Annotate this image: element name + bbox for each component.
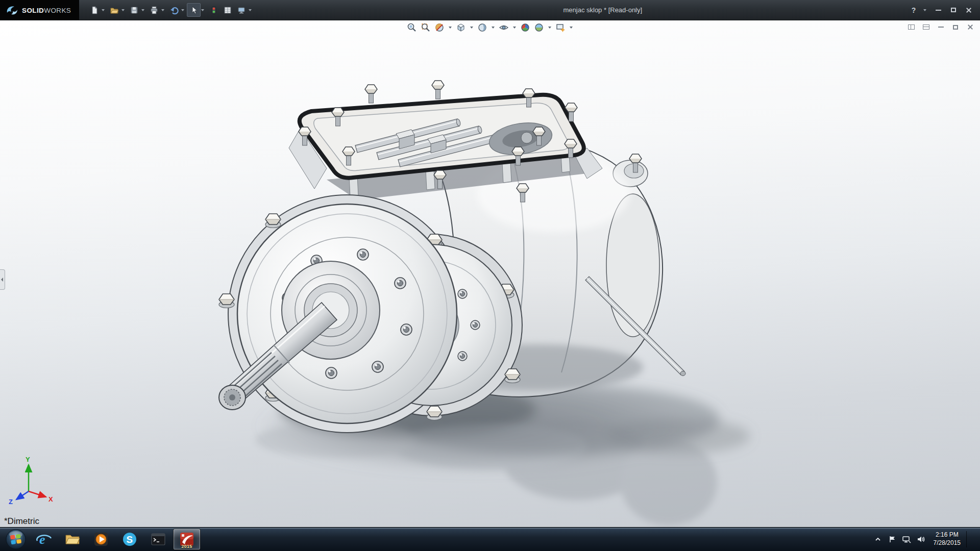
show-desktop-button[interactable] xyxy=(967,531,980,547)
doc-close-button[interactable] xyxy=(966,22,975,32)
hide-show-eye-icon xyxy=(499,22,509,33)
select-dropdown-caret[interactable] xyxy=(201,9,204,11)
apply-scene-button[interactable] xyxy=(533,22,545,33)
rebuild-stoplight-icon xyxy=(209,6,218,15)
options-dropdown-caret[interactable] xyxy=(249,9,252,11)
rebuild-button[interactable] xyxy=(207,3,220,17)
new-button[interactable] xyxy=(87,3,101,17)
new-dropdown-caret[interactable] xyxy=(102,9,105,11)
file-properties-icon xyxy=(223,6,232,15)
svg-text:S: S xyxy=(127,534,133,545)
minimize-icon xyxy=(936,10,941,11)
show-hidden-icons-button[interactable] xyxy=(871,531,885,547)
graphics-area[interactable]: Y X Z *Dimetric xyxy=(0,20,980,527)
hide-show-items-button[interactable] xyxy=(498,22,509,33)
print-button[interactable] xyxy=(147,3,161,17)
system-tray: 2:16 PM 7/28/2015 xyxy=(871,528,980,551)
taskbar-command-prompt[interactable] xyxy=(144,529,172,550)
save-dropdown-caret[interactable] xyxy=(141,9,144,11)
media-player-icon xyxy=(93,531,109,547)
chevron-up-icon xyxy=(874,536,881,543)
triad-x-label: X xyxy=(48,495,53,503)
network-monitor-icon xyxy=(902,535,911,543)
solidworks-version-badge: 2015 xyxy=(181,544,192,549)
save-button[interactable] xyxy=(127,3,141,17)
doc-split-view-button[interactable] xyxy=(906,22,916,32)
doc-restore-icon xyxy=(953,25,958,30)
featuremanager-flyout-tab[interactable] xyxy=(0,269,5,290)
view-settings-icon xyxy=(555,22,566,33)
taskbar-skype[interactable]: S xyxy=(116,529,143,550)
display-style-button[interactable] xyxy=(477,22,488,33)
main-flange[interactable] xyxy=(237,204,457,423)
view-orientation-button[interactable] xyxy=(455,22,467,33)
taskbar-solidworks[interactable]: 2015 xyxy=(173,529,201,550)
view-orientation-dropdown-caret[interactable] xyxy=(470,27,473,29)
section-view-button[interactable] xyxy=(434,22,445,33)
titlebar: SOLIDWORKS xyxy=(0,0,980,20)
section-view-icon xyxy=(434,22,445,33)
options-button[interactable] xyxy=(234,3,248,17)
open-button[interactable] xyxy=(107,3,121,17)
undo-arrow-icon xyxy=(169,6,179,15)
zoom-to-fit-icon xyxy=(407,22,417,33)
new-document-icon xyxy=(90,6,99,15)
main-toolbar xyxy=(87,3,254,17)
doc-minimize-button[interactable] xyxy=(936,22,945,32)
edit-appearance-ball-icon xyxy=(520,22,530,33)
help-dropdown-caret[interactable] xyxy=(923,9,926,11)
action-center-flag-icon xyxy=(888,535,896,543)
save-floppy-icon xyxy=(130,6,139,15)
command-prompt-icon xyxy=(150,531,166,547)
action-center-button[interactable] xyxy=(886,531,899,547)
internet-explorer-icon: e xyxy=(36,531,52,547)
gearbox-model[interactable] xyxy=(0,20,980,527)
undo-dropdown-caret[interactable] xyxy=(181,9,184,11)
window-controls: ? xyxy=(908,4,980,16)
maximize-icon xyxy=(951,8,956,12)
select-button[interactable] xyxy=(187,3,201,17)
help-button[interactable]: ? xyxy=(908,4,920,16)
close-icon xyxy=(966,7,972,13)
display-style-icon xyxy=(477,22,487,33)
view-settings-dropdown-caret[interactable] xyxy=(570,27,573,29)
hide-show-dropdown-caret[interactable] xyxy=(513,27,516,29)
taskbar-windows-explorer[interactable] xyxy=(59,529,86,550)
document-title: menjac sklop * [Read-only] xyxy=(563,6,642,14)
taskbar-clock[interactable]: 2:16 PM 7/28/2015 xyxy=(928,531,966,547)
triad-z-label: Z xyxy=(9,498,13,505)
brand-text: SOLIDWORKS xyxy=(22,6,71,15)
doc-restore-button[interactable] xyxy=(951,22,960,32)
tile-windows-icon xyxy=(923,24,929,30)
taskbar-media-player[interactable] xyxy=(87,529,115,550)
start-button[interactable] xyxy=(2,528,30,551)
view-settings-button[interactable] xyxy=(555,22,566,33)
taskbar-internet-explorer[interactable]: e xyxy=(30,529,58,550)
section-view-dropdown-caret[interactable] xyxy=(449,27,452,29)
print-dropdown-caret[interactable] xyxy=(161,9,164,11)
zoom-to-fit-button[interactable] xyxy=(406,22,418,33)
display-style-dropdown-caret[interactable] xyxy=(492,27,495,29)
undo-button[interactable] xyxy=(167,3,181,17)
volume-button[interactable] xyxy=(914,531,927,547)
network-button[interactable] xyxy=(900,531,913,547)
doc-tile-windows-button[interactable] xyxy=(921,22,930,32)
clock-date: 7/28/2015 xyxy=(934,539,961,547)
taskbar: e S xyxy=(0,527,980,551)
clock-time: 2:16 PM xyxy=(934,531,961,539)
open-dropdown-caret[interactable] xyxy=(121,9,125,11)
zoom-to-area-button[interactable] xyxy=(420,22,431,33)
select-cursor-icon xyxy=(189,6,199,15)
skype-icon: S xyxy=(121,531,138,547)
doc-close-icon xyxy=(967,24,973,30)
minimize-button[interactable] xyxy=(932,4,944,16)
apply-scene-dropdown-caret[interactable] xyxy=(548,27,551,29)
svg-text:e: e xyxy=(39,532,45,547)
print-icon xyxy=(150,6,159,15)
split-view-icon xyxy=(908,24,915,30)
maximize-button[interactable] xyxy=(947,4,960,16)
edit-appearance-button[interactable] xyxy=(520,22,531,33)
volume-speaker-icon xyxy=(917,535,925,543)
close-button[interactable] xyxy=(963,4,975,16)
file-properties-button[interactable] xyxy=(220,3,234,17)
